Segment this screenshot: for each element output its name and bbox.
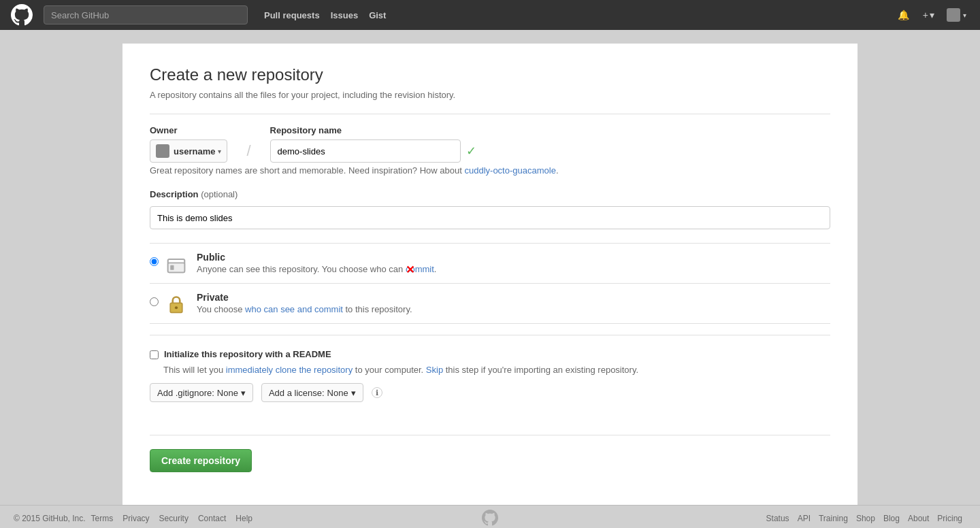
private-description: You choose who can see and commit to thi… [197, 304, 830, 314]
avatar [947, 8, 960, 22]
private-option: Private You choose who can see and commi… [150, 283, 830, 324]
license-arrow-icon: ▾ [351, 388, 356, 398]
footer-right: Status API Training Shop Blog About Pric… [762, 514, 966, 523]
license-label: Add a license: [269, 388, 325, 398]
gitignore-arrow-icon: ▾ [241, 388, 246, 398]
footer-privacy-link[interactable]: Privacy [122, 514, 149, 523]
clone-link[interactable]: immediately clone the repository [226, 365, 353, 375]
page-title: Create a new repository [150, 65, 830, 84]
header: Pull requests Issues Gist 🔔 + ▾ ▾ [0, 0, 980, 30]
public-icon [167, 253, 189, 275]
nav-issues[interactable]: Issues [331, 10, 358, 20]
dropdown-arrow-icon: ▾ [930, 10, 934, 20]
suggestion-link[interactable]: cuddly-octo-guacamole [464, 165, 555, 176]
skip-link[interactable]: Skip [426, 365, 443, 375]
valid-checkmark-icon: ✓ [466, 144, 476, 159]
footer-status-link[interactable]: Status [766, 514, 789, 523]
visibility-section: Public Anyone can see this repository. Y… [150, 243, 830, 324]
private-who-link[interactable]: who can see and commit [245, 304, 343, 314]
header-nav: Pull requests Issues Gist [264, 10, 386, 20]
private-content: Private You choose who can see and commi… [197, 292, 830, 314]
owner-group: Owner username ▾ [150, 125, 227, 163]
repo-name-label: Repository name [270, 125, 476, 135]
readme-description: This will let you immediately clone the … [163, 365, 830, 375]
footer-about-link[interactable]: About [908, 514, 929, 523]
svg-rect-2 [170, 265, 174, 270]
commit-link[interactable]: commit✕ [406, 264, 434, 274]
footer: © 2015 GitHub, Inc. Terms Privacy Securi… [0, 505, 980, 528]
public-description: Anyone can see this repository. You choo… [197, 264, 830, 274]
gitignore-dropdown[interactable]: Add .gitignore: None ▾ [150, 383, 253, 402]
license-value: None [327, 388, 348, 398]
create-repository-button[interactable]: Create repository [150, 449, 252, 472]
repo-name-input[interactable] [270, 139, 461, 163]
footer-pricing-link[interactable]: Pricing [937, 514, 962, 523]
notification-button[interactable]: 🔔 [894, 7, 913, 23]
main-container: Create a new repository A repository con… [122, 44, 858, 505]
page-subtitle: A repository contains all the files for … [150, 90, 830, 100]
owner-avatar [156, 144, 169, 158]
footer-github-icon [482, 510, 498, 526]
bell-icon: 🔔 [898, 10, 909, 20]
owner-dropdown-icon: ▾ [218, 148, 221, 155]
footer-api-link[interactable]: API [798, 514, 811, 523]
owner-name-text: username [174, 146, 215, 156]
footer-security-link[interactable]: Security [159, 514, 189, 523]
description-group: Description (optional) [150, 189, 830, 203]
svg-point-4 [175, 306, 178, 309]
footer-center [482, 510, 498, 528]
readme-checkbox-row: Initialize this repository with a README [150, 349, 830, 359]
github-logo-icon [11, 4, 33, 26]
repo-name-group: Repository name ✓ [270, 125, 476, 163]
private-title: Private [197, 292, 830, 303]
owner-label: Owner [150, 125, 227, 135]
suggestion-text: Great repository names are short and mem… [150, 165, 830, 176]
new-item-button[interactable]: + ▾ [919, 7, 938, 23]
readme-section: Initialize this repository with a README… [150, 335, 830, 424]
description-optional: (optional) [201, 189, 238, 199]
readme-label: Initialize this repository with a README [164, 349, 331, 359]
public-content: Public Anyone can see this repository. Y… [197, 252, 830, 274]
header-right: 🔔 + ▾ ▾ [894, 7, 969, 23]
footer-left: © 2015 GitHub, Inc. Terms Privacy Securi… [14, 514, 257, 523]
footer-training-link[interactable]: Training [819, 514, 848, 523]
description-input[interactable] [150, 206, 830, 229]
plus-icon: + [923, 10, 928, 20]
bottom-divider [150, 435, 830, 435]
public-radio[interactable] [150, 257, 159, 266]
gitignore-value: None [217, 388, 238, 398]
copyright-text: © 2015 GitHub, Inc. [14, 514, 86, 523]
search-container [44, 5, 248, 24]
private-radio[interactable] [150, 297, 159, 306]
user-menu-button[interactable]: ▾ [944, 7, 969, 23]
title-divider [150, 114, 830, 114]
footer-contact-link[interactable]: Contact [198, 514, 226, 523]
description-label: Description (optional) [150, 189, 830, 199]
nav-pull-requests[interactable]: Pull requests [264, 10, 320, 20]
footer-terms-link[interactable]: Terms [91, 514, 114, 523]
gitignore-label: Add .gitignore: [157, 388, 214, 398]
public-option: Public Anyone can see this repository. Y… [150, 243, 830, 283]
footer-shop-link[interactable]: Shop [856, 514, 875, 523]
nav-gist[interactable]: Gist [369, 10, 386, 20]
footer-help-link[interactable]: Help [235, 514, 252, 523]
page-background: Create a new repository A repository con… [0, 30, 980, 505]
slash-separator: / [244, 139, 253, 163]
readme-checkbox[interactable] [150, 350, 159, 359]
footer-blog-link[interactable]: Blog [883, 514, 900, 523]
license-dropdown[interactable]: Add a license: None ▾ [261, 383, 363, 402]
user-dropdown-icon: ▾ [963, 12, 966, 19]
search-input[interactable] [44, 5, 248, 24]
info-icon[interactable]: ℹ [372, 387, 382, 398]
dropdowns-row: Add .gitignore: None ▾ Add a license: No… [150, 383, 830, 402]
owner-select-button[interactable]: username ▾ [150, 139, 227, 163]
public-title: Public [197, 252, 830, 263]
private-icon [167, 293, 189, 315]
